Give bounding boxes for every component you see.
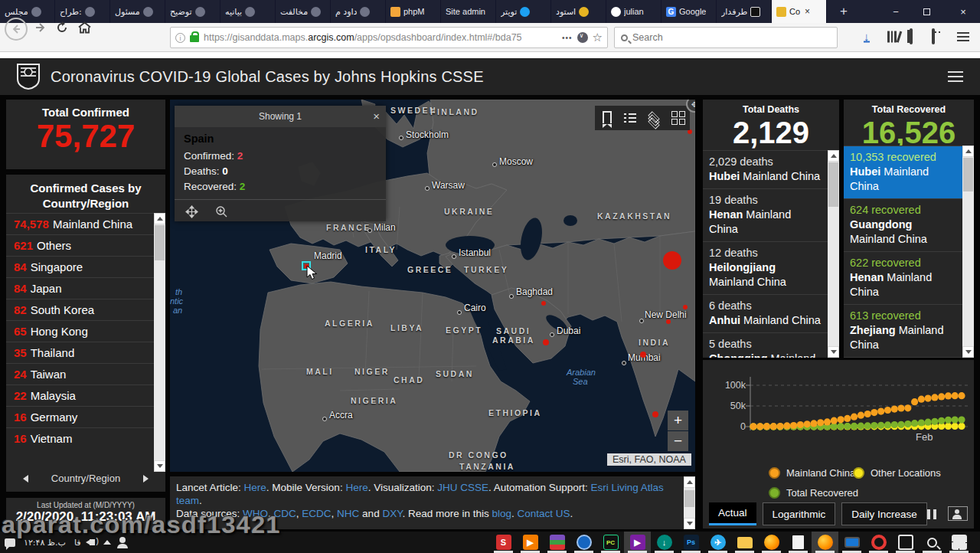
downloads-button[interactable]: ↓ bbox=[864, 31, 870, 43]
country-list-item[interactable]: 621Others bbox=[6, 234, 154, 256]
scroll-thumb[interactable] bbox=[684, 490, 694, 507]
case-dot[interactable] bbox=[663, 251, 681, 270]
chart-point-mainland-china[interactable] bbox=[770, 423, 777, 430]
case-dot[interactable] bbox=[666, 319, 671, 324]
browser-menu-button[interactable] bbox=[957, 30, 969, 44]
chart-point-mainland-china[interactable] bbox=[891, 406, 898, 413]
footer-link[interactable]: Here bbox=[244, 482, 266, 493]
taskbar-app-search[interactable] bbox=[919, 532, 946, 553]
chart-point-total-recovered[interactable] bbox=[864, 422, 871, 429]
browser-tab-14[interactable]: Co× bbox=[772, 0, 827, 23]
browser-tab-5[interactable]: مخالفت bbox=[276, 0, 331, 23]
browser-tab-3[interactable]: توضيح bbox=[165, 0, 220, 23]
chart-point-mainland-china[interactable] bbox=[763, 423, 770, 430]
browser-tab-6[interactable]: داود م bbox=[331, 0, 386, 23]
taskbar-app-pycharm[interactable]: PC bbox=[597, 532, 624, 553]
taskbar-app-windows-start[interactable] bbox=[946, 532, 972, 553]
chart-point-total-recovered[interactable] bbox=[918, 419, 925, 426]
footer-link[interactable]: Here bbox=[345, 482, 368, 493]
chart-point-mainland-china[interactable] bbox=[931, 394, 938, 401]
home-button[interactable] bbox=[77, 21, 92, 38]
refresh-button[interactable] bbox=[55, 21, 69, 38]
new-tab-button[interactable]: + bbox=[833, 0, 854, 23]
timeline-chart[interactable] bbox=[703, 360, 974, 452]
country-list-item[interactable]: 16Germany bbox=[6, 406, 154, 427]
browser-tab-7[interactable]: phpM bbox=[386, 0, 441, 23]
chart-point-mainland-china[interactable] bbox=[925, 395, 932, 402]
forward-button[interactable] bbox=[34, 21, 47, 37]
chart-point-total-recovered[interactable] bbox=[884, 421, 891, 428]
country-list-item[interactable]: 84Singapore bbox=[6, 256, 154, 277]
browser-tab-8[interactable]: Site admin bbox=[441, 0, 496, 23]
chart-point-mainland-china[interactable] bbox=[884, 407, 891, 414]
case-dot[interactable] bbox=[541, 301, 546, 306]
country-list-item[interactable]: 16Vietnam bbox=[6, 427, 154, 449]
chart-point-mainland-china[interactable] bbox=[918, 396, 925, 403]
back-button[interactable] bbox=[5, 18, 28, 41]
chart-point-mainland-china[interactable] bbox=[877, 408, 884, 415]
scroll-thumb[interactable] bbox=[155, 225, 165, 260]
chart-point-mainland-china[interactable] bbox=[838, 416, 844, 423]
chart-point-total-recovered[interactable] bbox=[858, 423, 864, 430]
taskbar-app-screen-recorder[interactable] bbox=[570, 532, 597, 553]
pause-animation-button[interactable] bbox=[927, 509, 939, 522]
url-bar[interactable]: i https://gisanddata.maps.arcgis.com/app… bbox=[170, 27, 608, 48]
chart-point-total-recovered[interactable] bbox=[871, 422, 877, 429]
library-button[interactable] bbox=[887, 31, 900, 43]
chart-point-mainland-china[interactable] bbox=[817, 419, 824, 426]
footer-link[interactable]: ECDC bbox=[302, 508, 331, 519]
chart-point-total-recovered[interactable] bbox=[958, 417, 965, 424]
browser-tab-1[interactable]: طراح: bbox=[55, 0, 110, 23]
deaths-list-item[interactable]: 5 deathsChongqing Mainland China bbox=[703, 332, 828, 358]
footer-link[interactable]: DXY bbox=[382, 508, 402, 519]
pocket-icon[interactable] bbox=[577, 32, 588, 43]
deaths-scrollbar[interactable] bbox=[828, 150, 839, 358]
chart-point-mainland-china[interactable] bbox=[904, 404, 911, 411]
taskbar-app-telegram[interactable]: ✈ bbox=[704, 532, 731, 553]
recovered-list-item[interactable]: 10,353 recoveredHubei Mainland China bbox=[844, 146, 962, 198]
browser-tab-4[interactable]: بيانيه bbox=[220, 0, 276, 23]
taskbar-app-task-view[interactable] bbox=[892, 532, 919, 553]
zoom-out-button[interactable]: − bbox=[668, 431, 688, 451]
chart-point-mainland-china[interactable] bbox=[958, 392, 965, 399]
chart-point-other-locations[interactable] bbox=[952, 423, 959, 430]
tab-close-button[interactable]: × bbox=[805, 6, 810, 17]
taskbar-app-display-settings[interactable] bbox=[838, 532, 865, 553]
scroll-up-button[interactable] bbox=[828, 150, 839, 162]
search-bar[interactable] bbox=[614, 27, 838, 48]
chart-point-total-recovered[interactable] bbox=[877, 422, 884, 429]
chart-tab-daily-increase[interactable]: Daily Increase bbox=[841, 502, 927, 525]
chart-point-total-recovered[interactable] bbox=[844, 423, 851, 430]
footer-link[interactable]: blog bbox=[492, 508, 511, 519]
browser-tab-11[interactable]: julian bbox=[606, 0, 662, 23]
chart-point-mainland-china[interactable] bbox=[858, 412, 864, 419]
chart-point-total-recovered[interactable] bbox=[938, 417, 945, 424]
scroll-thumb[interactable] bbox=[963, 158, 973, 191]
chart-point-mainland-china[interactable] bbox=[871, 409, 877, 416]
scroll-thumb[interactable] bbox=[828, 162, 838, 207]
country-list-item[interactable]: 65Hong Kong bbox=[6, 320, 154, 342]
extension-button[interactable] bbox=[932, 30, 935, 44]
footer-link[interactable]: NHC bbox=[337, 508, 359, 519]
action-center-icon[interactable] bbox=[5, 538, 15, 547]
recovered-list-item[interactable]: 622 recoveredHenan Mainland China bbox=[844, 251, 962, 304]
chart-point-mainland-china[interactable] bbox=[790, 422, 797, 429]
chart-point-mainland-china[interactable] bbox=[750, 423, 756, 430]
taskbar-app-firefox[interactable] bbox=[812, 532, 838, 553]
chart-point-total-recovered[interactable] bbox=[838, 423, 844, 430]
taskbar-app-soroush-messenger[interactable]: S bbox=[490, 532, 517, 553]
chart-point-total-recovered[interactable] bbox=[931, 418, 938, 425]
taskbar-app-winrar[interactable] bbox=[544, 532, 570, 553]
chart-point-other-locations[interactable] bbox=[945, 423, 952, 430]
footer-link[interactable]: JHU CSSE bbox=[437, 482, 488, 493]
bookmark-star-icon[interactable]: ☆ bbox=[593, 31, 603, 44]
case-dot[interactable] bbox=[652, 411, 658, 417]
deaths-list-item[interactable]: 12 deathsHeilongjiang Mainland China bbox=[703, 241, 828, 294]
chart-point-total-recovered[interactable] bbox=[897, 421, 904, 428]
scroll-up-button[interactable] bbox=[684, 476, 695, 488]
zoom-in-button[interactable]: + bbox=[668, 411, 688, 430]
taskbar-app-opera[interactable] bbox=[865, 532, 892, 553]
page-actions-icon[interactable]: ••• bbox=[562, 34, 573, 42]
chart-point-mainland-china[interactable] bbox=[952, 392, 959, 399]
chart-point-mainland-china[interactable] bbox=[851, 414, 858, 420]
